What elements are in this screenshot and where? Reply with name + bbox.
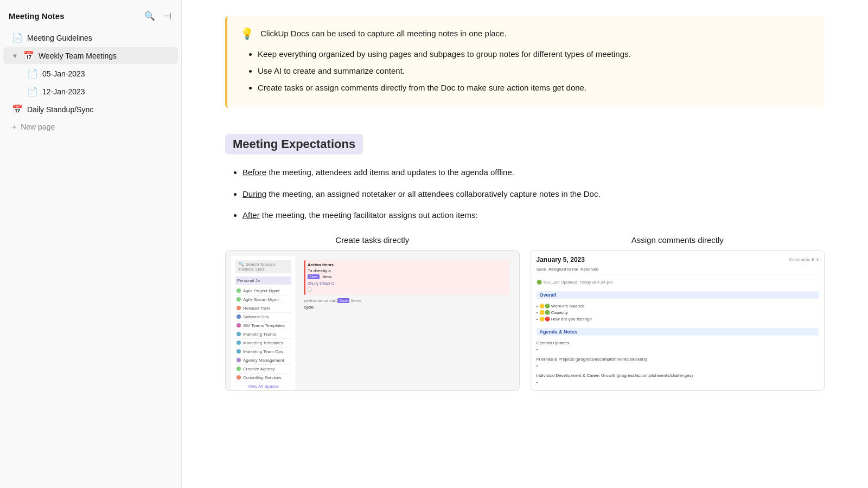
meeting-expectations-heading-wrapper: Meeting Expectations xyxy=(225,134,363,155)
callout-list: Keep everything organized by using pages… xyxy=(240,47,812,95)
new-page-button[interactable]: + New page xyxy=(3,119,178,134)
sidebar-item-12-jan-2023[interactable]: 📄 12-Jan-2023 xyxy=(3,83,178,100)
screenshots-row: Create tasks directly 🔍 Search Spaces, F… xyxy=(225,235,825,391)
list-item: Create tasks or assign comments directly… xyxy=(258,80,812,95)
sidebar-header: Meeting Notes 🔍 ⊣ xyxy=(0,7,181,29)
list-item-before: Before the meeting, attendees add items … xyxy=(242,165,825,179)
during-text: the meeting, an assigned notetaker or al… xyxy=(269,189,600,198)
sidebar-item-weekly-team-meetings[interactable]: ▼ 📅 Weekly Team Meetings xyxy=(3,47,178,64)
sidebar-item-label: Meeting Guidelines xyxy=(27,34,169,42)
before-text: the meeting, attendees add items and upd… xyxy=(269,168,514,177)
list-item-during: During the meeting, an assigned notetake… xyxy=(242,187,825,201)
mock-section-overall: Overall xyxy=(537,291,819,299)
mock-toolbar: SaveAssigned to meResolved xyxy=(537,267,819,274)
callout-header: 💡 ClickUp Docs can be used to capture al… xyxy=(240,27,812,40)
app-title: Meeting Notes xyxy=(9,11,65,21)
after-text: the meeting, the meeting facilitator ass… xyxy=(262,210,478,220)
chevron-down-icon: ▼ xyxy=(12,53,18,59)
assign-comments-screenshot: January 5, 2023 Comments ⊕ 1 SaveAssigne… xyxy=(531,250,825,391)
sidebar-item-05-jan-2023[interactable]: 📄 05-Jan-2023 xyxy=(3,65,178,82)
mock-search: 🔍 Search Spaces, Folders, Lists xyxy=(235,260,291,273)
document-icon: 📄 xyxy=(12,33,23,43)
sidebar-item-daily-standup[interactable]: 📅 Daily Standup/Sync xyxy=(3,101,178,118)
plus-icon: + xyxy=(12,123,16,131)
mock-priorities: Priorities & Projects (progress/accompli… xyxy=(537,356,819,369)
search-button[interactable]: 🔍 xyxy=(143,10,156,22)
create-tasks-screenshot: 🔍 Search Spaces, Folders, Lists Personal… xyxy=(225,250,520,391)
collapse-sidebar-button[interactable]: ⊣ xyxy=(163,10,173,22)
before-label: Before xyxy=(242,168,266,177)
callout-main-text: ClickUp Docs can be used to capture all … xyxy=(260,27,507,40)
list-item: Keep everything organized by using pages… xyxy=(258,47,812,61)
mock-comments-label: Comments ⊕ 1 xyxy=(789,257,819,262)
new-page-label: New page xyxy=(21,123,55,131)
calendar-icon: 📅 xyxy=(12,104,23,114)
after-label: After xyxy=(242,210,260,220)
mock-date: January 5, 2023 xyxy=(537,256,585,264)
list-item: Use AI to create and summarize content. xyxy=(258,63,812,78)
mock-main: Action Items To directly a Save Items @L… xyxy=(299,256,514,391)
document-icon: 📄 xyxy=(27,68,38,79)
assign-comments-caption: Assign comments directly xyxy=(631,235,724,245)
sidebar-item-label: 12-Jan-2023 xyxy=(42,87,169,96)
sidebar-item-label: Daily Standup/Sync xyxy=(27,105,169,114)
mock-bidirectional: Bi-directional Feedback (bi-manager & bi… xyxy=(537,389,819,391)
document-icon: 📄 xyxy=(27,86,38,97)
mock-individual-dev: Individual Development & Career Growth (… xyxy=(537,373,819,386)
during-label: During xyxy=(242,189,266,198)
mock-section-agenda: Agenda & Notes xyxy=(537,328,819,336)
sidebar-icon-group: 🔍 ⊣ xyxy=(143,10,173,22)
list-item-after: After the meeting, the meeting facilitat… xyxy=(242,208,825,222)
sidebar: Meeting Notes 🔍 ⊣ 📄 Meeting Guidelines ▼… xyxy=(0,0,182,488)
mock-sidebar: 🔍 Search Spaces, Folders, Lists Personal… xyxy=(231,256,296,391)
callout-box: 💡 ClickUp Docs can be used to capture al… xyxy=(225,16,825,108)
meeting-expectations-list: Before the meeting, attendees add items … xyxy=(225,165,825,222)
sidebar-item-label: 05-Jan-2023 xyxy=(42,69,169,78)
assign-comments-col: Assign comments directly January 5, 2023… xyxy=(531,235,825,391)
sidebar-item-label: Weekly Team Meetings xyxy=(39,52,169,60)
lightbulb-icon: 💡 xyxy=(240,27,254,40)
create-tasks-col: Create tasks directly 🔍 Search Spaces, F… xyxy=(225,235,520,391)
meeting-expectations-heading: Meeting Expectations xyxy=(233,137,355,151)
mock-general-updates: General Updates• xyxy=(537,340,819,353)
mock-overall-text: • 🟡🟢 Work-life balance • 🟡🟢 Capacity • 🟡… xyxy=(537,303,819,323)
create-tasks-caption: Create tasks directly xyxy=(335,235,409,245)
sidebar-item-meeting-guidelines[interactable]: 📄 Meeting Guidelines xyxy=(3,29,178,46)
main-content: 💡 ClickUp Docs can be used to capture al… xyxy=(182,0,868,488)
calendar-icon: 📅 xyxy=(23,50,34,61)
